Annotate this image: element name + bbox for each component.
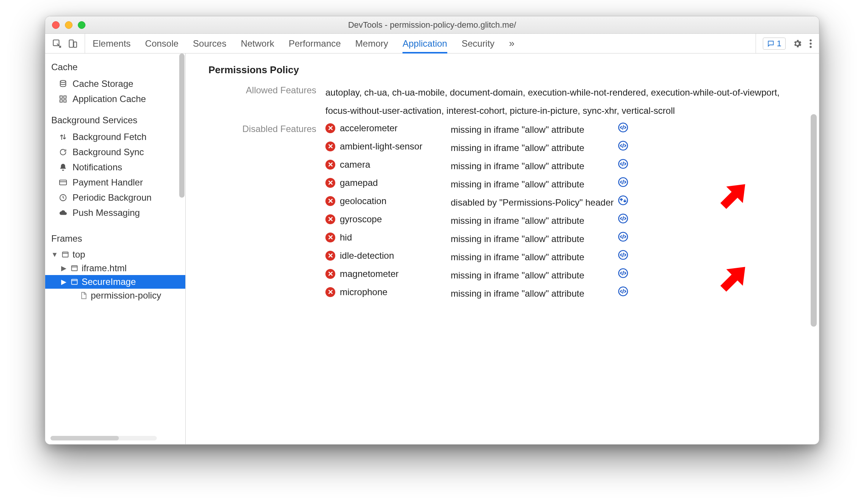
frame-row-permission-policy[interactable]: ▶ permission-policy: [45, 289, 185, 302]
code-link-icon[interactable]: [618, 177, 628, 187]
code-link-icon[interactable]: [618, 213, 628, 224]
permissions-policy-panel: Permissions Policy Allowed Features auto…: [186, 53, 819, 444]
tab-sources[interactable]: Sources: [193, 34, 226, 53]
frame-icon: [70, 264, 79, 272]
sidebar-item-periodic-background[interactable]: Periodic Backgroun: [45, 190, 185, 205]
disabled-feature-name: ✕accelerometer: [325, 121, 451, 136]
sidebar-horizontal-scrollbar-track[interactable]: [51, 436, 157, 440]
reveal-in-elements-button[interactable]: [618, 248, 644, 262]
kebab-menu-icon[interactable]: [809, 39, 812, 49]
sidebar-item-notifications[interactable]: Notifications: [45, 160, 185, 175]
sidebar-item-cache-storage[interactable]: Cache Storage: [45, 76, 185, 91]
frame-row-secureimage[interactable]: ▶ SecureImage: [45, 275, 185, 289]
tab-security[interactable]: Security: [462, 34, 495, 53]
reveal-in-elements-button[interactable]: [618, 139, 644, 153]
frame-row-iframe-html[interactable]: ▶ iframe.html: [45, 261, 185, 275]
more-tabs-button[interactable]: »: [509, 34, 511, 53]
bell-icon: [58, 163, 68, 171]
tab-label: Performance: [289, 38, 341, 49]
code-link-icon[interactable]: [618, 286, 628, 297]
sidebar-item-label: Cache Storage: [73, 79, 133, 89]
tab-label: Network: [241, 38, 274, 49]
tab-application[interactable]: Application: [402, 34, 447, 53]
inspect-element-icon[interactable]: [52, 39, 62, 49]
reveal-in-elements-button[interactable]: [618, 157, 644, 171]
sync-icon: [58, 148, 68, 156]
feature-name-text: camera: [340, 159, 370, 170]
credit-card-icon: [58, 178, 68, 187]
reveal-in-elements-button[interactable]: [618, 175, 644, 189]
sidebar-item-label: Payment Handler: [73, 177, 143, 188]
code-link-icon[interactable]: [618, 231, 628, 242]
reveal-in-elements-button[interactable]: [618, 121, 644, 134]
devtools-window: DevTools - permission-policy-demo.glitch…: [45, 16, 819, 445]
sidebar-item-background-fetch[interactable]: Background Fetch: [45, 129, 185, 145]
reveal-in-elements-button[interactable]: [618, 266, 644, 280]
sidebar-section-cache: Cache: [45, 53, 185, 76]
code-link-icon[interactable]: [618, 140, 628, 151]
code-link-icon[interactable]: [618, 268, 628, 278]
tab-memory[interactable]: Memory: [355, 34, 388, 53]
svg-point-3: [810, 39, 811, 41]
error-badge-icon: ✕: [325, 251, 335, 261]
reveal-in-network-button[interactable]: [618, 193, 644, 207]
tab-performance[interactable]: Performance: [289, 34, 341, 53]
frame-label: SecureImage: [82, 277, 136, 287]
network-link-icon[interactable]: [618, 195, 628, 206]
tab-network[interactable]: Network: [241, 34, 274, 53]
feature-name-text: ambient-light-sensor: [340, 141, 422, 152]
feature-name-text: magnetometer: [340, 269, 399, 279]
disabled-feature-reason: missing in iframe "allow" attribute: [451, 248, 618, 266]
sidebar-item-label: Background Sync: [73, 147, 144, 157]
issues-badge[interactable]: 1: [763, 38, 786, 50]
svg-rect-9: [60, 100, 62, 102]
disclosure-triangle-icon[interactable]: ▶: [60, 264, 67, 272]
reveal-in-elements-button[interactable]: [618, 285, 644, 298]
disclosure-triangle-icon[interactable]: ▶: [60, 278, 67, 286]
sidebar-vertical-scrollbar[interactable]: [179, 53, 185, 198]
reveal-in-elements-button[interactable]: [618, 212, 644, 225]
sidebar-item-application-cache[interactable]: Application Cache: [45, 91, 185, 107]
tab-label: Application: [402, 38, 447, 49]
frame-label: iframe.html: [82, 263, 127, 274]
svg-point-5: [810, 46, 811, 47]
device-toolbar-icon[interactable]: [68, 39, 78, 49]
code-link-icon[interactable]: [618, 250, 628, 260]
feature-name-text: microphone: [340, 287, 387, 297]
sidebar-item-push-messaging[interactable]: Push Messaging: [45, 205, 185, 220]
feature-name-text: idle-detection: [340, 250, 394, 261]
disabled-feature-reason: missing in iframe "allow" attribute: [451, 266, 618, 285]
feature-name-text: gamepad: [340, 178, 378, 188]
disabled-feature-reason: missing in iframe "allow" attribute: [451, 139, 618, 157]
tab-elements[interactable]: Elements: [93, 34, 131, 53]
sidebar-item-payment-handler[interactable]: Payment Handler: [45, 175, 185, 190]
content-vertical-scrollbar[interactable]: [811, 114, 817, 327]
sidebar-item-label: Background Fetch: [73, 132, 147, 142]
reveal-in-elements-button[interactable]: [618, 230, 644, 244]
svg-rect-14: [72, 266, 77, 270]
svg-rect-10: [64, 100, 66, 102]
disclosure-triangle-icon[interactable]: ▼: [51, 251, 58, 259]
sidebar-item-background-sync[interactable]: Background Sync: [45, 145, 185, 160]
disabled-feature-name: ✕idle-detection: [325, 248, 451, 263]
svg-point-20: [619, 196, 627, 204]
tab-label: Elements: [93, 38, 131, 49]
svg-rect-15: [72, 279, 77, 284]
svg-rect-11: [60, 180, 66, 185]
tab-console[interactable]: Console: [145, 34, 178, 53]
feature-name-text: gyroscope: [340, 214, 382, 225]
error-badge-icon: ✕: [325, 196, 335, 206]
error-badge-icon: ✕: [325, 269, 335, 279]
frame-row-top[interactable]: ▼ top: [45, 248, 185, 261]
disabled-feature-name: ✕gyroscope: [325, 212, 451, 227]
code-link-icon[interactable]: [618, 159, 628, 169]
disabled-feature-reason: missing in iframe "allow" attribute: [451, 230, 618, 248]
sidebar-horizontal-scrollbar-thumb[interactable]: [51, 436, 119, 440]
feature-name-text: accelerometer: [340, 123, 398, 134]
disabled-feature-name: ✕microphone: [325, 285, 451, 300]
code-link-icon[interactable]: [618, 122, 628, 133]
gear-icon[interactable]: [792, 39, 802, 49]
disabled-feature-name: ✕camera: [325, 157, 451, 172]
grid-icon: [58, 95, 68, 103]
error-badge-icon: ✕: [325, 287, 335, 297]
